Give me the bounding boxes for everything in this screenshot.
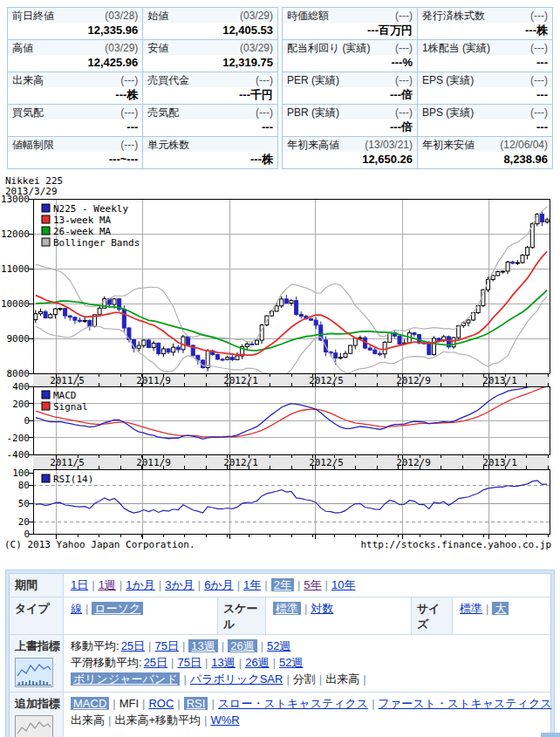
quote-field-label: 買気配 [12,106,44,119]
overlay-indicator-row: 上書指標 移動平均:25日|75日|13週|26週|52週平滑移動平均:25日|… [10,634,550,692]
period-label: 期間 [10,574,64,597]
separator: | [234,578,243,591]
svg-text:10000: 10000 [1,298,30,310]
overlay-line-2: ボリンジャーバンド|パラボリックSAR|分割|出来高| [71,671,543,687]
overlay-options: 移動平均:25日|75日|13週|26週|52週平滑移動平均:25日|75日|1… [64,635,550,692]
svg-text:2011/9: 2011/9 [136,375,171,386]
quote-field-label: 前日終値 [12,10,54,22]
svg-text:-200: -200 [7,433,31,444]
overlay-1-option-2[interactable]: 13週 [211,656,235,669]
scale-option-0[interactable]: 標準 [273,602,301,615]
chart-controls-panel: 期間 1日|1週|1か月|3か月|6か月|1年|2年|5年|10年 タイプ 線|… [5,570,555,737]
overlay-0-option-4[interactable]: 52週 [267,639,290,652]
quote-field-label: 売買代金 [147,74,189,86]
period-option-7[interactable]: 5年 [304,578,321,591]
additional-0-option-5[interactable]: ファースト・ストキャスティクス [379,697,552,710]
svg-text:400: 400 [12,381,30,392]
additional-0-option-2[interactable]: ROC [148,697,174,710]
svg-text:2011/9: 2011/9 [136,457,171,468]
main-price-panel [34,207,549,379]
overlay-1-option-0[interactable]: 25日 [144,656,167,669]
period-option-4[interactable]: 6か月 [204,578,234,591]
quote-cell: BPS (実績)(---)--- [418,105,553,137]
additional-line-1: 出来高|出来高+移動平均|W%R [71,712,552,728]
overlay-0-prefix: 移動平均: [71,639,121,652]
additional-0-option-3[interactable]: RSI [184,697,208,710]
period-option-1[interactable]: 1週 [99,578,116,591]
quote-field-value: ---倍 [283,119,417,136]
quote-field-label: 始値 [147,10,168,22]
quote-field-date: (03/29) [105,42,138,54]
overlay-0-option-1[interactable]: 75日 [154,639,178,652]
next-section-edge [541,733,560,737]
separator: | [82,602,92,615]
period-option-0[interactable]: 1日 [71,578,88,591]
quote-field-label: 安値 [147,42,168,54]
type-option-0[interactable]: 線 [71,602,82,615]
size-option-0[interactable]: 標準 [460,602,482,615]
additional-0-option-0[interactable]: MACD [71,697,109,710]
quote-field-date: (---) [120,74,138,86]
additional-1-option-2[interactable]: W%R [210,713,239,727]
overlay-1-option-1[interactable]: 75日 [177,656,201,669]
svg-text:80: 80 [18,480,30,491]
period-option-8[interactable]: 10年 [331,578,355,591]
svg-text:2013/1: 2013/1 [482,457,517,468]
separator: | [179,639,188,652]
quote-field-date: (---) [530,42,548,54]
quote-field-value: 12,319.75 [143,55,277,72]
overlay-indicator-thumbnail-icon [15,658,53,687]
additional-0-option-4[interactable]: スロー・ストキャスティクス [218,697,368,710]
quote-field-value: --- [418,119,552,136]
quote-field-value: 12,405.53 [143,23,277,39]
period-option-5[interactable]: 1年 [243,578,261,591]
quote-field-value: ---株 [8,87,142,104]
overlay-0-option-3[interactable]: 26週 [228,639,256,652]
overlay-1-option-3[interactable]: 26週 [245,656,269,669]
quote-field-date: (03/29) [240,10,273,22]
scale-option-1[interactable]: 対数 [311,602,333,615]
svg-text:2012/1: 2012/1 [223,375,258,386]
overlay-2-option-0[interactable]: ボリンジャーバンド [71,672,180,686]
svg-text:2011/5: 2011/5 [50,375,85,386]
quote-field-label: 年初来安値 [422,139,475,151]
overlay-1-option-4[interactable]: 52週 [279,656,303,669]
overlay-label-text: 上書指標 [15,639,60,652]
separator: | [139,697,148,710]
separator: | [167,656,177,669]
quote-cell: 配当利回り (実績)(---)---% [283,40,418,72]
size-option-1[interactable]: 大 [492,602,509,615]
overlay-0-option-0[interactable]: 25日 [121,639,145,652]
period-option-2[interactable]: 1か月 [126,578,155,591]
nikkei225-chart-image: Nikkei 2252013/3/29130001200011000100009… [0,173,560,556]
quote-field-label: 値幅制限 [12,139,54,151]
svg-text:50: 50 [18,498,30,509]
quote-field-value: ---~--- [8,152,142,168]
svg-text:2012/1: 2012/1 [223,457,258,468]
quote-cell: 年初来安値(12/06/04)8,238.96 [418,137,553,169]
separator: | [180,672,189,686]
quote-field-label: EPS (実績) [422,74,474,86]
overlay-2-option-1[interactable]: パラボリックSAR [190,672,283,686]
svg-text:MACD: MACD [53,390,77,401]
quote-field-date: (---) [395,10,413,22]
separator: | [145,639,154,652]
svg-text:2012/5: 2012/5 [309,375,344,386]
quote-field-value: 12,425.96 [8,55,142,72]
quote-field-label: PER (実績) [287,74,339,86]
svg-text:13000: 13000 [1,194,30,205]
quote-field-value: 8,238.96 [418,152,552,168]
svg-text:2012/5: 2012/5 [309,457,344,468]
quote-field-date: (12/06/04) [500,139,548,151]
quote-field-label: 発行済株式数 [422,10,485,22]
separator: | [261,578,270,591]
overlay-0-option-2[interactable]: 13週 [188,639,217,652]
period-option-6[interactable]: 2年 [271,578,294,591]
svg-text:(C) 2013 Yahoo Japan Corporati: (C) 2013 Yahoo Japan Corporation. [4,539,195,550]
separator: | [109,697,119,710]
quote-cell: 単元株数---株 [143,137,278,169]
type-option-1[interactable]: ローソク [92,602,143,615]
svg-text:Bollinger Bands: Bollinger Bands [53,237,140,249]
period-option-3[interactable]: 3か月 [165,578,195,591]
separator: | [283,672,292,686]
